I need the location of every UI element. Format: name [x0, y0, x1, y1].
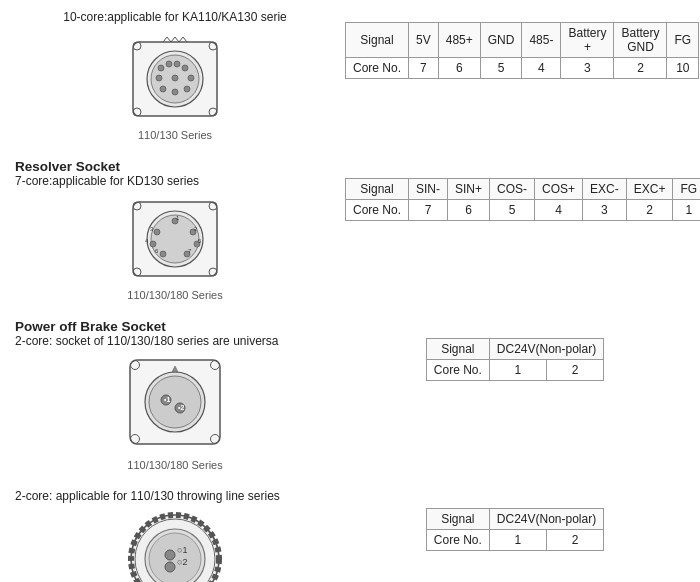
- encoder-table: Signal 5V 485+ GND 485- Battery+ Battery…: [345, 22, 699, 79]
- encoder-th-485minus: 485-: [522, 22, 561, 57]
- encoder-th-5v: 5V: [409, 22, 439, 57]
- brake2-subtitle: 2-core: applicable for 110/130 throwing …: [15, 489, 335, 503]
- brake2-connector-svg: ○1 ○2: [115, 509, 235, 582]
- svg-point-55: [165, 550, 175, 560]
- resolver-td-1: 1: [673, 199, 700, 220]
- brake2-td-1: 1: [489, 529, 546, 550]
- resolver-header: Resolver Socket 7-core:applicable for KD…: [15, 159, 335, 188]
- resolver-th-fg: FG: [673, 178, 700, 199]
- brake-section-2: 2-core: applicable for 110/130 throwing …: [15, 489, 685, 582]
- encoder-table-container: Signal 5V 485+ GND 485- Battery+ Battery…: [345, 10, 699, 90]
- encoder-connector-svg: [115, 34, 235, 124]
- svg-point-14: [160, 86, 166, 92]
- brake1-header: Power off Brake Socket 2-core: socket of…: [15, 319, 335, 348]
- svg-point-26: [154, 229, 160, 235]
- brake1-table-container: Signal DC24V(Non-polar) Core No. 1 2: [345, 319, 685, 399]
- brake1-subtitle: 2-core: socket of 110/130/180 series are…: [15, 334, 335, 348]
- brake2-th-dc24v: DC24V(Non-polar): [489, 508, 603, 529]
- resolver-th-cosminus: COS-: [490, 178, 535, 199]
- brake2-table: Signal DC24V(Non-polar) Core No. 1 2: [426, 508, 604, 551]
- encoder-td-6: 6: [438, 57, 480, 78]
- brake2-td-2: 2: [547, 529, 604, 550]
- svg-point-57: [165, 562, 175, 572]
- brake1-th-dc24v: DC24V(Non-polar): [489, 338, 603, 359]
- svg-point-9: [174, 61, 180, 67]
- resolver-th-signal: Signal: [346, 178, 409, 199]
- brake1-td-coreno: Core No.: [426, 359, 489, 380]
- resolver-caption: 110/130/180 Series: [127, 289, 222, 301]
- brake2-header: 2-core: applicable for 110/130 throwing …: [15, 489, 335, 503]
- svg-point-12: [172, 75, 178, 81]
- encoder-th-battery-plus: Battery+: [561, 22, 614, 57]
- svg-text:○1: ○1: [177, 545, 187, 555]
- brake2-th-signal: Signal: [426, 508, 489, 529]
- encoder-th-gnd: GND: [480, 22, 522, 57]
- resolver-section: Resolver Socket 7-core:applicable for KD…: [15, 159, 685, 301]
- encoder-th-signal: Signal: [346, 22, 409, 57]
- encoder-th-485plus: 485+: [438, 22, 480, 57]
- brake1-connector-svg: •1 •2: [115, 354, 235, 454]
- svg-text:•1: •1: [164, 396, 170, 403]
- svg-point-15: [172, 89, 178, 95]
- resolver-td-coreno: Core No.: [346, 199, 409, 220]
- encoder-td-3: 3: [561, 57, 614, 78]
- resolver-td-6: 6: [448, 199, 490, 220]
- resolver-connector-svg: 1 3 2 4 5 6 7: [115, 194, 235, 284]
- resolver-left: Resolver Socket 7-core:applicable for KD…: [15, 159, 335, 301]
- svg-point-13: [188, 75, 194, 81]
- brake1-td-2: 2: [547, 359, 604, 380]
- svg-point-8: [166, 61, 172, 67]
- svg-text:•2: •2: [178, 404, 184, 411]
- resolver-th-excminus: EXC-: [583, 178, 627, 199]
- svg-point-10: [182, 65, 188, 71]
- resolver-th-cosplus: COS+: [535, 178, 583, 199]
- svg-point-54: [149, 533, 201, 582]
- encoder-td-2: 2: [614, 57, 667, 78]
- encoder-td-10: 10: [667, 57, 699, 78]
- brake1-th-signal: Signal: [426, 338, 489, 359]
- brake-section-1: Power off Brake Socket 2-core: socket of…: [15, 319, 685, 471]
- resolver-td-7: 7: [409, 199, 448, 220]
- svg-point-16: [184, 86, 190, 92]
- brake1-td-1: 1: [489, 359, 546, 380]
- svg-text:○2: ○2: [177, 557, 187, 567]
- svg-point-11: [156, 75, 162, 81]
- encoder-td-7: 7: [409, 57, 439, 78]
- resolver-subtitle: 7-core:applicable for KD130 series: [15, 174, 335, 188]
- resolver-th-sinplus: SIN+: [448, 178, 490, 199]
- brake1-left: Power off Brake Socket 2-core: socket of…: [15, 319, 335, 471]
- encoder-section: 10-core:applicable for KA110/KA130 serie: [15, 10, 685, 141]
- resolver-title: Resolver Socket: [15, 159, 335, 174]
- encoder-caption: 110/130 Series: [138, 129, 212, 141]
- svg-point-44: [149, 376, 201, 428]
- svg-point-34: [160, 251, 166, 257]
- brake1-table: Signal DC24V(Non-polar) Core No. 1 2: [426, 338, 604, 381]
- encoder-td-4: 4: [522, 57, 561, 78]
- resolver-td-3: 3: [583, 199, 627, 220]
- svg-point-30: [150, 241, 156, 247]
- brake1-title: Power off Brake Socket: [15, 319, 335, 334]
- resolver-td-5: 5: [490, 199, 535, 220]
- brake2-table-container: Signal DC24V(Non-polar) Core No. 1 2: [345, 489, 685, 569]
- brake2-left: 2-core: applicable for 110/130 throwing …: [15, 489, 335, 582]
- encoder-td-5: 5: [480, 57, 522, 78]
- svg-point-7: [158, 65, 164, 71]
- resolver-th-sinminus: SIN-: [409, 178, 448, 199]
- resolver-th-excplus: EXC+: [626, 178, 673, 199]
- resolver-td-4: 4: [535, 199, 583, 220]
- resolver-table: Signal SIN- SIN+ COS- COS+ EXC- EXC+ FG …: [345, 178, 700, 221]
- resolver-td-2: 2: [626, 199, 673, 220]
- encoder-td-coreno: Core No.: [346, 57, 409, 78]
- encoder-th-battery-gnd: BatteryGND: [614, 22, 667, 57]
- encoder-left: 10-core:applicable for KA110/KA130 serie: [15, 10, 335, 141]
- encoder-desc: 10-core:applicable for KA110/KA130 serie: [63, 10, 286, 24]
- brake1-caption: 110/130/180 Series: [127, 459, 222, 471]
- encoder-th-fg: FG: [667, 22, 699, 57]
- brake2-td-coreno: Core No.: [426, 529, 489, 550]
- resolver-table-container: Signal SIN- SIN+ COS- COS+ EXC- EXC+ FG …: [345, 159, 700, 239]
